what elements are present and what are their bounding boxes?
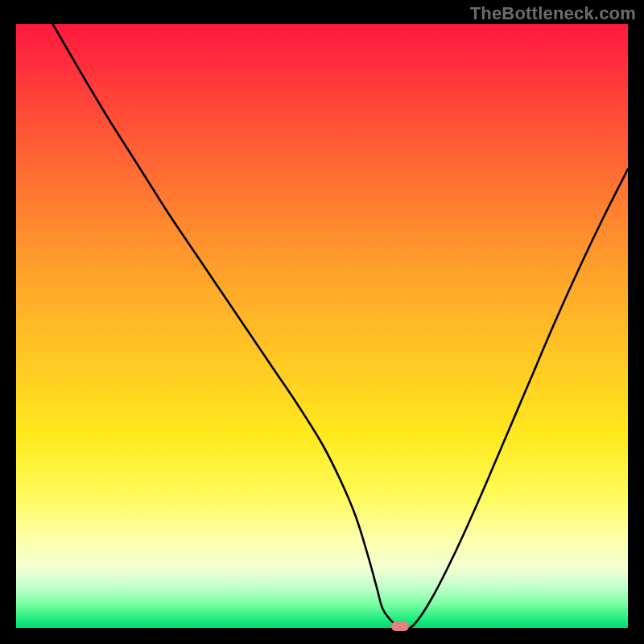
chart-frame: TheBottleneck.com [0, 0, 644, 644]
watermark-text: TheBottleneck.com [470, 3, 636, 24]
bottleneck-curve [53, 24, 628, 629]
chart-curve-svg [16, 24, 628, 628]
optimal-point-marker [391, 621, 409, 631]
chart-area [16, 24, 628, 628]
